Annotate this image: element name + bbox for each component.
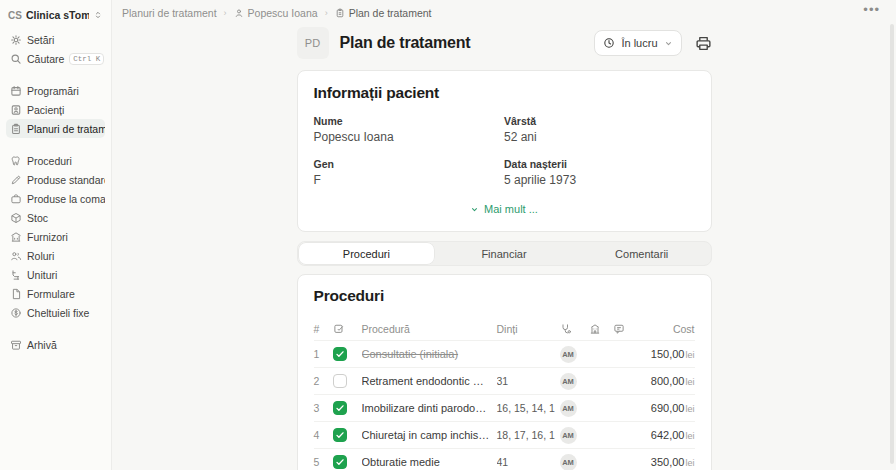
breadcrumb-separator: › [224, 8, 227, 18]
sidebar-item-programari[interactable]: Programări [6, 81, 105, 100]
sidebar-item-search[interactable]: Căutare Ctrl K [6, 49, 105, 68]
sidebar-item-stoc[interactable]: Stoc [6, 208, 105, 227]
patients-icon [10, 104, 22, 116]
plan-avatar: PD [297, 27, 329, 59]
vertical-scrollbar[interactable] [890, 24, 894, 464]
search-shortcut-badge: Ctrl K [69, 53, 104, 65]
sidebar-item-formulare[interactable]: Formulare [6, 284, 105, 303]
sidebar-item-roluri[interactable]: Roluri [6, 246, 105, 265]
sidebar-item-label: Furnizori [27, 231, 68, 243]
procedure-name: Consultatie (initiala) [362, 348, 492, 360]
chevron-up-down-icon [93, 10, 103, 20]
chevron-down-icon [470, 205, 479, 214]
procedure-teeth: 16, 15, 14, 13, ... [497, 402, 555, 414]
field-label: Vârstă [504, 115, 695, 127]
archive-icon [10, 339, 22, 351]
field-label: Nume [314, 115, 505, 127]
breadcrumb-item-planuri[interactable]: Planuri de tratament [122, 7, 217, 19]
tab-comentarii[interactable]: Comentarii [573, 242, 711, 265]
sidebar-item-settings[interactable]: Setări [6, 30, 105, 49]
app-window: CS Clinica sTomato Setări Căutare Ctrl K… [0, 0, 896, 470]
sidebar-item-label: Pacienți [27, 104, 64, 116]
sidebar-item-furnizori[interactable]: Furnizori [6, 227, 105, 246]
sidebar-item-label: Stoc [27, 212, 48, 224]
pen-icon [10, 174, 22, 186]
row-checkbox[interactable] [333, 374, 347, 388]
workspace-name: Clinica sTomato [26, 9, 89, 21]
procedures-table: # Procedură Dinți Cost 1 Consultatie (in… [298, 318, 711, 470]
procedure-teeth: 31 [497, 375, 555, 387]
patient-field-gen: Gen F [314, 158, 505, 187]
sidebar-item-cheltuieli-fixe[interactable]: Cheltuieli fixe [6, 303, 105, 322]
procedure-cost: 350,00lei [637, 456, 695, 468]
field-value: 52 ani [504, 130, 695, 144]
doctor-column-icon [560, 323, 584, 335]
tab-proceduri[interactable]: Proceduri [298, 242, 436, 265]
procedures-card: Proceduri # Procedură Dinți Cost [297, 274, 712, 470]
printer-icon [695, 35, 712, 52]
breadcrumb: Planuri de tratament › Popescu Ioana › P… [122, 7, 896, 19]
doctor-badge: AM [560, 373, 577, 390]
procedure-teeth: 18, 17, 16, 15, 1... [497, 429, 555, 441]
print-button[interactable] [695, 35, 712, 52]
col-teeth: Dinți [497, 323, 555, 335]
briefcase-icon [10, 193, 22, 205]
sidebar-item-label: Unituri [27, 269, 57, 281]
col-index: # [314, 323, 328, 335]
procedure-name: Imobilizare dinti parodontotici [362, 402, 492, 414]
coin-icon [10, 307, 22, 319]
procedure-row[interactable]: 3 Imobilizare dinti parodontotici 16, 15… [314, 394, 695, 421]
col-cost: Cost [637, 323, 695, 335]
sidebar-item-arhiva[interactable]: Arhivă [6, 335, 105, 354]
more-options-button[interactable]: ••• [863, 2, 880, 17]
procedure-row[interactable]: 2 Retrament endodontic monoradicular (cu… [314, 367, 695, 394]
procedure-row[interactable]: 4 Chiuretaj in camp inchis/arcada 18, 17… [314, 421, 695, 448]
row-checkbox[interactable] [333, 401, 347, 415]
procedure-cost: 642,00lei [637, 429, 695, 441]
procedure-name: Retrament endodontic monoradicular (cu o… [362, 375, 492, 387]
sidebar-item-label: Roluri [27, 250, 54, 262]
status-dropdown[interactable]: În lucru [594, 30, 681, 56]
sidebar-item-pacienti[interactable]: Pacienți [6, 100, 105, 119]
row-checkbox[interactable] [333, 428, 347, 442]
tooth-icon [10, 155, 22, 167]
breadcrumb-separator: › [325, 8, 328, 18]
sidebar-item-proceduri[interactable]: Proceduri [6, 151, 105, 170]
sidebar-item-label: Produse standard [27, 174, 105, 186]
show-more-link[interactable]: Mai mult ... [314, 203, 695, 215]
breadcrumb-item-patient[interactable]: Popescu Ioana [234, 7, 318, 19]
select-column-icon [333, 323, 357, 335]
gear-icon [10, 34, 22, 46]
search-icon [10, 53, 22, 65]
procedure-cost: 150,00lei [637, 348, 695, 360]
sidebar-item-label: Proceduri [27, 155, 72, 167]
sidebar-item-label: Căutare [27, 53, 64, 65]
field-value: Popescu Ioana [314, 130, 505, 144]
sidebar: CS Clinica sTomato Setări Căutare Ctrl K… [0, 0, 112, 470]
sidebar-item-produse-standard[interactable]: Produse standard [6, 170, 105, 189]
package-icon [10, 212, 22, 224]
sidebar-item-planuri-de-tratament[interactable]: Planuri de tratament [6, 119, 105, 138]
procedure-row[interactable]: 5 Obturatie medie 41 AM 350,00lei [314, 448, 695, 470]
person-icon [234, 8, 244, 18]
calendar-icon [10, 85, 22, 97]
clinic-column-icon [589, 323, 608, 335]
sidebar-item-label: Cheltuieli fixe [27, 307, 89, 319]
procedure-cost: 800,00lei [637, 375, 695, 387]
sidebar-item-unituri[interactable]: Unituri [6, 265, 105, 284]
procedure-name: Obturatie medie [362, 456, 492, 468]
row-checkbox[interactable] [333, 347, 347, 361]
tab-financiar[interactable]: Financiar [435, 242, 573, 265]
workspace-switcher[interactable]: CS Clinica sTomato [6, 7, 105, 23]
page-title: Plan de tratament [340, 34, 471, 52]
breadcrumb-item-plan[interactable]: Plan de tratament [335, 7, 432, 19]
plan-tabs: Proceduri Financiar Comentarii [297, 241, 712, 266]
clipboard-icon [335, 8, 345, 18]
patient-field-varsta: Vârstă 52 ani [504, 115, 695, 144]
row-checkbox[interactable] [333, 455, 347, 469]
treatment-plans-icon [10, 123, 22, 135]
procedure-row[interactable]: 1 Consultatie (initiala) AM 150,00lei [314, 340, 695, 367]
procedure-cost: 690,00lei [637, 402, 695, 414]
sidebar-item-produse-la-comanda[interactable]: Produse la comandă [6, 189, 105, 208]
sidebar-item-label: Programări [27, 85, 79, 97]
